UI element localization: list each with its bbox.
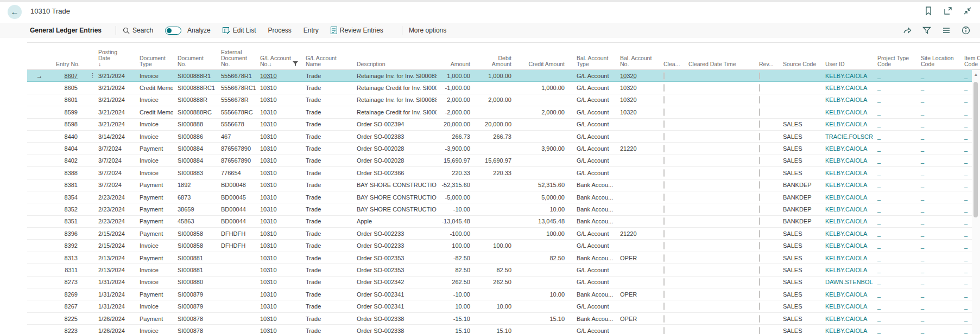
- cell-document-no[interactable]: SI000858: [173, 240, 217, 252]
- filter-icon[interactable]: [922, 26, 931, 35]
- cell-description[interactable]: Retainage Credit for Inv. SI000...: [352, 82, 437, 94]
- cell-document-no[interactable]: SI000888R: [173, 94, 217, 106]
- cell-row-menu[interactable]: ⋮: [85, 118, 94, 130]
- cell-bal-account-type[interactable]: G/L Account: [572, 325, 616, 334]
- cell-debit-amount[interactable]: 15.10: [478, 325, 519, 334]
- cell-entry-no[interactable]: 8269: [52, 288, 85, 300]
- table-row[interactable]: → 8605 ⋮ 3/21/2024 Credit Memo SI000888R…: [27, 82, 980, 94]
- cell-amount[interactable]: -13,045.48: [437, 215, 478, 227]
- cell-project-type-code[interactable]: _: [873, 191, 916, 203]
- reversed-checkbox[interactable]: [759, 230, 760, 237]
- cell-external-document-no[interactable]: 5556678R1: [217, 70, 256, 82]
- cell-document-type[interactable]: Payment: [135, 228, 173, 240]
- cell-cleared-date-time[interactable]: [684, 276, 755, 288]
- cell-description[interactable]: Order SO-002366: [352, 167, 437, 179]
- cell-bal-account-type[interactable]: G/L Account: [572, 106, 616, 118]
- cell-bal-account-type[interactable]: G/L Account: [572, 300, 616, 312]
- cell-credit-amount[interactable]: [519, 325, 572, 334]
- cell-credit-amount[interactable]: [519, 70, 572, 82]
- cell-amount[interactable]: -3,900.00: [437, 143, 478, 155]
- reversed-checkbox[interactable]: [759, 145, 760, 152]
- cell-bal-account-no[interactable]: [616, 167, 659, 179]
- cleared-checkbox[interactable]: [663, 84, 665, 92]
- table-row[interactable]: → 8601 ⋮ 3/21/2024 Invoice SI000888R 555…: [27, 94, 980, 106]
- cell-gl-account-no[interactable]: 10310: [256, 155, 301, 166]
- reversed-checkbox[interactable]: [759, 120, 760, 128]
- col-bal-account-type[interactable]: Bal. Account Type: [572, 43, 616, 70]
- reversed-checkbox[interactable]: [759, 157, 760, 164]
- cell-cleared[interactable]: [659, 179, 684, 191]
- cell-bal-account-no[interactable]: [616, 276, 659, 288]
- cell-amount[interactable]: 20,000.00: [437, 118, 478, 130]
- cell-credit-amount[interactable]: [519, 276, 572, 288]
- cleared-checkbox[interactable]: [663, 108, 665, 116]
- cell-site-location-code[interactable]: _: [916, 130, 960, 142]
- table-row[interactable]: → 8313 ⋮ 2/13/2024 Payment SI000881 1031…: [27, 252, 980, 264]
- cell-gl-account-no[interactable]: 10310: [256, 240, 301, 252]
- cell-project-type-code[interactable]: _: [873, 312, 916, 324]
- cell-project-type-code[interactable]: _: [873, 70, 916, 82]
- cell-bal-account-no[interactable]: OPER: [616, 252, 659, 264]
- cell-credit-amount[interactable]: 15.10: [519, 312, 572, 324]
- cleared-checkbox[interactable]: [663, 181, 665, 189]
- cell-document-no[interactable]: SI000879: [173, 300, 217, 312]
- cell-source-code[interactable]: SALES: [779, 143, 821, 155]
- cell-gl-account-no[interactable]: 10310: [256, 106, 301, 118]
- cell-reversed[interactable]: [755, 325, 779, 334]
- cell-reversed[interactable]: [755, 155, 779, 166]
- cell-external-document-no[interactable]: [217, 325, 256, 334]
- cell-amount[interactable]: 15,690.97: [437, 155, 478, 166]
- cell-document-no[interactable]: SI000884: [173, 155, 217, 166]
- cell-cleared-date-time[interactable]: [684, 240, 755, 252]
- cell-external-document-no[interactable]: BD00045: [217, 191, 256, 203]
- cell-description[interactable]: Order SO-002394: [352, 118, 437, 130]
- col-credit-amount[interactable]: Credit Amount: [519, 43, 572, 70]
- cell-source-code[interactable]: SALES: [779, 288, 821, 300]
- table-row[interactable]: → 8354 ⋮ 2/23/2024 Payment 6873 BD00045 …: [27, 191, 980, 203]
- cell-credit-amount[interactable]: 2,000.00: [519, 106, 572, 118]
- cell-posting-date[interactable]: 1/26/2024: [94, 312, 135, 324]
- cell-reversed[interactable]: [755, 179, 779, 191]
- cell-select[interactable]: →: [27, 203, 52, 215]
- row-options-icon[interactable]: ⋮: [90, 72, 94, 79]
- cell-amount[interactable]: -52,315.60: [437, 179, 478, 191]
- cell-bal-account-no[interactable]: [616, 215, 659, 227]
- cell-source-code[interactable]: SALES: [779, 155, 821, 166]
- cell-gl-account-name[interactable]: Trade: [301, 179, 352, 191]
- search-button[interactable]: Search: [123, 27, 153, 34]
- table-row[interactable]: → 8273 ⋮ 1/31/2024 Invoice SI000880 1031…: [27, 276, 980, 288]
- cell-gl-account-name[interactable]: Trade: [301, 143, 352, 155]
- cell-site-location-code[interactable]: _: [916, 203, 960, 215]
- cell-select[interactable]: →: [27, 155, 52, 166]
- cell-gl-account-no[interactable]: 10310: [256, 325, 301, 334]
- cell-site-location-code[interactable]: _: [916, 312, 960, 324]
- cell-user-id[interactable]: KELBY.CAIOLA: [821, 155, 873, 166]
- cell-debit-amount[interactable]: 10.00: [478, 300, 519, 312]
- cell-cleared-date-time[interactable]: [684, 252, 755, 264]
- cell-reversed[interactable]: [755, 276, 779, 288]
- cell-cleared-date-time[interactable]: [684, 288, 755, 300]
- cell-description[interactable]: Order SO-002383: [352, 130, 437, 142]
- cell-entry-no[interactable]: 8392: [52, 240, 85, 252]
- cell-site-location-code[interactable]: _: [916, 215, 960, 227]
- analyze-toggle-item[interactable]: Analyze: [165, 27, 211, 35]
- cell-gl-account-name[interactable]: Trade: [301, 264, 352, 276]
- cell-project-type-code[interactable]: _: [873, 179, 916, 191]
- cell-source-code[interactable]: SALES: [779, 325, 821, 334]
- cell-entry-no[interactable]: 8440: [52, 130, 85, 142]
- cell-entry-no[interactable]: 8388: [52, 167, 85, 179]
- cell-cleared[interactable]: [659, 240, 684, 252]
- cell-external-document-no[interactable]: [217, 252, 256, 264]
- table-row[interactable]: → 8396 ⋮ 2/15/2024 Payment SI000858 DFHD…: [27, 228, 980, 240]
- cell-document-type[interactable]: Payment: [135, 191, 173, 203]
- cell-row-menu[interactable]: ⋮: [85, 155, 94, 166]
- cell-posting-date[interactable]: 1/31/2024: [94, 276, 135, 288]
- cell-external-document-no[interactable]: [217, 288, 256, 300]
- cell-reversed[interactable]: [755, 191, 779, 203]
- cell-description[interactable]: Retainage Inv. for Inv. SI000888: [352, 94, 437, 106]
- cell-user-id[interactable]: KELBY.CAIOLA: [821, 228, 873, 240]
- cell-project-type-code[interactable]: _: [873, 118, 916, 130]
- cell-gl-account-name[interactable]: Trade: [301, 167, 352, 179]
- cell-reversed[interactable]: [755, 215, 779, 227]
- cell-amount[interactable]: 10.00: [437, 300, 478, 312]
